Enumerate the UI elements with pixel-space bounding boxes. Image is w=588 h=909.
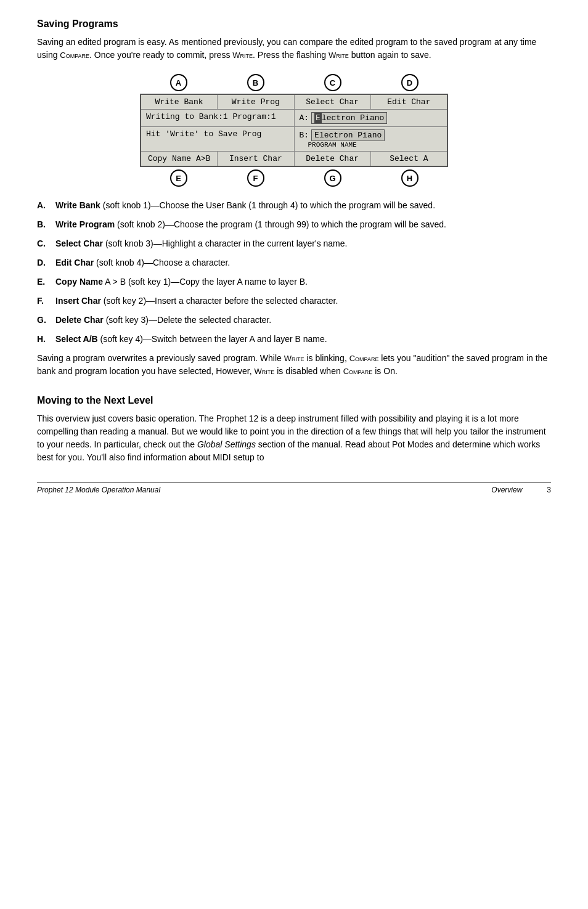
lcd-cell-write-prog: Write Prog [218,95,294,109]
item-g-text: Delete Char (soft key 3)—Delete the sele… [55,314,271,327]
lcd-cell-a-name: A: Electron Piano [295,110,447,126]
lcd-cell-select-a: Select A [371,152,447,166]
a-label: A: [300,113,309,123]
item-h-letter: H. [37,333,55,346]
section-title: Saving Programs [37,18,551,30]
list-item-g: G. Delete Char (soft key 3)—Delete the s… [37,314,551,327]
label-c: C [324,74,341,91]
top-labels-row: A B C D [140,74,448,91]
label-d: D [401,74,419,91]
program-name-label: PROGRAM NAME [300,141,357,149]
intro-paragraph: Saving an edited program is easy. As men… [37,36,551,62]
footer: Prophet 12 Module Operation Manual Overv… [37,483,551,494]
lcd-screen: Write Bank Write Prog Select Char Edit C… [140,94,448,167]
item-a-letter: A. [37,199,55,212]
list-item-a: A. Write Bank (soft knob 1)—Choose the U… [37,199,551,212]
label-g: G [324,169,341,187]
lcd-cell-edit-char: Edit Char [371,95,447,109]
section2-para: This overview just covers basic operatio… [37,412,551,464]
list-item-c: C. Select Char (soft knob 3)—Highlight a… [37,237,551,250]
footer-left: Prophet 12 Module Operation Manual [37,486,160,494]
a-value: Electron Piano [311,112,387,124]
highlight-e: E [314,113,322,123]
b-label: B: [300,131,309,140]
lcd-cell-select-char: Select Char [295,95,371,109]
lcd-diagram: A B C D Write Bank Write Prog Select Cha… [140,74,448,187]
list-item-b: B. Write Program (soft knob 2)—Choose th… [37,218,551,231]
label-e: E [170,169,187,187]
list-item-h: H. Select A/B (soft key 4)—Switch betwee… [37,333,551,346]
lcd-cell-write-bank: Write Bank [141,95,218,109]
list-item-d: D. Edit Char (soft knob 4)—Choose a char… [37,256,551,269]
item-g-letter: G. [37,314,55,327]
lcd-cell-writing-info: Writing to Bank:1 Program:1 [141,110,295,126]
item-e-text: Copy Name A > B (soft key 1)—Copy the la… [55,275,308,288]
item-b-text: Write Program (soft knob 2)—Choose the p… [55,218,446,231]
item-f-text: Insert Char (soft key 2)—Insert a charac… [55,295,338,308]
item-b-letter: B. [37,218,55,231]
footer-page-number: 3 [547,486,551,494]
footer-right: Overview 3 [491,486,551,494]
item-e-letter: E. [37,275,55,288]
lcd-row-4: Copy Name A>B Insert Char Delete Char Se… [141,152,447,166]
b-value: Electron Piano [311,129,385,141]
para2: Saving a program overwrites a previously… [37,352,551,378]
section2-title: Moving to the Next Level [37,395,551,406]
list-item-f: F. Insert Char (soft key 2)—Insert a cha… [37,295,551,308]
label-h: H [401,169,419,187]
item-f-letter: F. [37,295,55,308]
list-item-e: E. Copy Name A > B (soft key 1)—Copy the… [37,275,551,288]
item-d-letter: D. [37,256,55,269]
lcd-row-3: Hit 'Write' to Save Prog B: Electron Pia… [141,127,447,152]
lcd-cell-b-name: B: Electron Piano PROGRAM NAME [295,127,447,151]
item-a-text: Write Bank (soft knob 1)—Choose the User… [55,199,435,212]
bottom-labels-row: E F G H [140,169,448,187]
item-c-letter: C. [37,237,55,250]
lcd-cell-hit-write: Hit 'Write' to Save Prog [141,127,295,151]
lcd-row-1: Write Bank Write Prog Select Char Edit C… [141,95,447,110]
lcd-cell-delete-char: Delete Char [295,152,371,166]
label-a: A [170,74,187,91]
label-b: B [247,74,264,91]
item-d-text: Edit Char (soft knob 4)—Choose a charact… [55,256,230,269]
item-h-text: Select A/B (soft key 4)—Switch between t… [55,333,327,346]
lcd-row-2: Writing to Bank:1 Program:1 A: Electron … [141,110,447,127]
footer-center: Overview [491,486,522,494]
label-f: F [247,169,264,187]
item-c-text: Select Char (soft knob 3)—Highlight a ch… [55,237,347,250]
description-list: A. Write Bank (soft knob 1)—Choose the U… [37,199,551,346]
lcd-cell-insert-char: Insert Char [218,152,294,166]
lcd-cell-copy-name: Copy Name A>B [141,152,218,166]
